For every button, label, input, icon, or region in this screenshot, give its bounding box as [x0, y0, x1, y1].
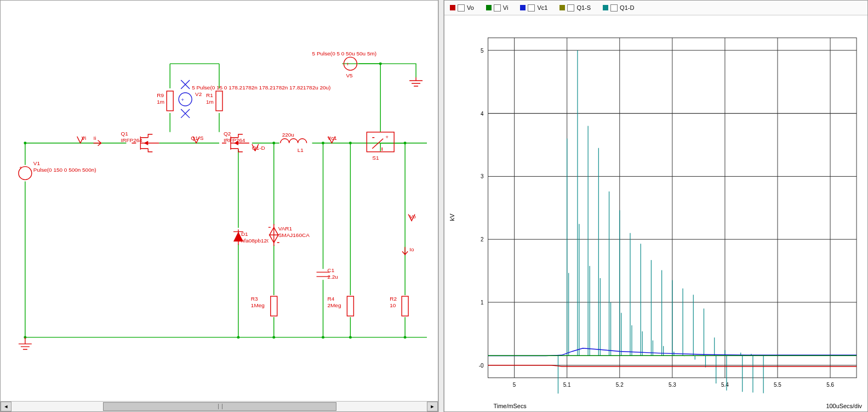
- legend-swatch: [603, 5, 608, 10]
- svg-text:L1: L1: [298, 147, 304, 153]
- svg-text:+: +: [385, 134, 389, 140]
- svg-text:5.5: 5.5: [774, 382, 781, 388]
- svg-text:Q2: Q2: [224, 131, 231, 137]
- legend-item-Q1S[interactable]: Q1-S: [559, 4, 591, 12]
- svg-point-12: [349, 336, 352, 338]
- svg-text:Q1-S: Q1-S: [191, 135, 204, 141]
- component-R9[interactable]: R9 1m: [157, 91, 173, 111]
- component-V5[interactable]: + V5 5 Pulse(0 5 0 50u 50u 5m): [312, 50, 376, 78]
- schematic-canvas[interactable]: + V1 Pulse(0 150 0 500n 500n) + V2 5 Pul…: [1, 1, 438, 400]
- svg-text:V2: V2: [195, 91, 202, 97]
- svg-text:5 Pulse(0 5 0 50u 50u 5m): 5 Pulse(0 5 0 50u 50u 5m): [312, 50, 376, 57]
- svg-text:220u: 220u: [282, 132, 294, 138]
- svg-text:C1: C1: [328, 267, 335, 273]
- x-axis-unit: 100uSecs/div: [826, 403, 862, 409]
- scroll-track[interactable]: [12, 402, 427, 411]
- svg-text:2Meg: 2Meg: [328, 302, 341, 308]
- legend-item-Vc1[interactable]: Vc1: [520, 4, 547, 12]
- svg-rect-51: [271, 295, 277, 317]
- x-axis-label: Time/mSecs: [494, 403, 527, 409]
- svg-text:Vi: Vi: [82, 135, 87, 141]
- probe-Vc1[interactable]: Vc1: [328, 135, 338, 143]
- pane-splitter[interactable]: [438, 0, 444, 412]
- legend-checkbox[interactable]: [458, 4, 465, 12]
- plot-pane: Vo Vi Vc1 Q1-S Q1-D: [444, 0, 868, 412]
- svg-rect-55: [347, 295, 353, 317]
- svg-text:2: 2: [481, 236, 484, 242]
- probe-Vi[interactable]: Vi: [77, 135, 87, 143]
- svg-point-8: [404, 142, 407, 144]
- svg-point-9: [237, 336, 239, 338]
- svg-text:Q1: Q1: [121, 131, 128, 137]
- svg-text:5.1: 5.1: [563, 382, 571, 388]
- plot-area[interactable]: -01234555.15.25.35.45.55.6 kV Time/mSecs…: [444, 15, 867, 411]
- legend-label: Vi: [503, 4, 509, 11]
- svg-text:5.6: 5.6: [826, 382, 834, 388]
- plot-legend: Vo Vi Vc1 Q1-S Q1-D: [444, 1, 867, 15]
- probe-Ii[interactable]: Ii: [94, 135, 101, 146]
- component-D1[interactable]: D1 hfa08pb120: [233, 228, 270, 245]
- svg-rect-59: [402, 295, 408, 317]
- legend-checkbox[interactable]: [610, 4, 618, 12]
- svg-text:R9: R9: [157, 92, 164, 98]
- svg-text:5: 5: [513, 382, 516, 388]
- svg-text:+: +: [181, 97, 184, 103]
- legend-label: Q1-S: [576, 4, 591, 11]
- svg-text:2.2u: 2.2u: [328, 274, 338, 280]
- svg-text:R4: R4: [328, 296, 335, 302]
- svg-point-14: [379, 63, 382, 65]
- svg-text:Q1-D: Q1-D: [252, 145, 265, 151]
- svg-point-7: [349, 142, 352, 144]
- scroll-thumb[interactable]: [103, 402, 336, 411]
- legend-swatch: [520, 5, 526, 10]
- horizontal-scrollbar[interactable]: ◄ ►: [1, 401, 438, 411]
- svg-text:Pulse(0 150 0 500n 500n): Pulse(0 150 0 500n 500n): [33, 167, 96, 173]
- legend-item-Q1D[interactable]: Q1-D: [603, 4, 634, 12]
- svg-text:V5: V5: [346, 72, 353, 78]
- legend-item-Vi[interactable]: Vi: [486, 4, 509, 12]
- app-root: + V1 Pulse(0 150 0 500n 500n) + V2 5 Pul…: [0, 0, 868, 412]
- svg-text:5 Pulse(0 15 0 178.21782n 178.: 5 Pulse(0 15 0 178.21782n 178.21782n 17.…: [192, 84, 330, 91]
- svg-point-13: [404, 336, 407, 338]
- probe-Io[interactable]: Io: [402, 246, 414, 255]
- svg-text:-0: -0: [479, 363, 484, 369]
- component-Q1[interactable]: Q1 IRFP264: [121, 131, 159, 152]
- probe-Q1D[interactable]: Q1-D: [252, 144, 265, 151]
- svg-text:D1: D1: [241, 231, 248, 237]
- svg-text:1m: 1m: [157, 99, 164, 105]
- schematic-pane[interactable]: + V1 Pulse(0 150 0 500n 500n) + V2 5 Pul…: [0, 0, 438, 412]
- legend-swatch: [559, 5, 565, 10]
- component-V2[interactable]: + V2 5 Pulse(0 15 0 178.21782n 178.21782…: [179, 80, 330, 118]
- svg-text:SMAJ160CA: SMAJ160CA: [278, 232, 310, 238]
- svg-text:Ii: Ii: [94, 135, 96, 141]
- svg-text:1Meg: 1Meg: [251, 302, 265, 308]
- component-R3[interactable]: R3 1Meg: [251, 295, 277, 317]
- y-axis-label: kV: [449, 213, 455, 221]
- ground-icon: [19, 337, 32, 349]
- scroll-right-button[interactable]: ►: [427, 402, 438, 411]
- component-C1[interactable]: C1 2.2u: [317, 267, 338, 280]
- svg-point-11: [322, 336, 324, 338]
- scroll-left-button[interactable]: ◄: [1, 402, 12, 411]
- svg-point-5: [272, 142, 275, 144]
- component-R1[interactable]: R1 1m: [206, 91, 222, 111]
- legend-item-Vo[interactable]: Vo: [450, 4, 474, 12]
- svg-text:+: +: [19, 165, 22, 171]
- legend-label: Q1-D: [620, 4, 634, 11]
- svg-text:5.4: 5.4: [721, 382, 729, 388]
- svg-text:Vc1: Vc1: [328, 135, 338, 141]
- legend-checkbox[interactable]: [528, 4, 535, 12]
- component-R4[interactable]: R4 2Meg: [328, 295, 354, 317]
- svg-text:R2: R2: [390, 296, 397, 302]
- schematic-svg: + V1 Pulse(0 150 0 500n 500n) + V2 5 Pul…: [1, 1, 438, 400]
- legend-swatch: [450, 5, 455, 10]
- svg-text:S1: S1: [372, 155, 379, 161]
- legend-checkbox[interactable]: [567, 4, 574, 12]
- component-VAR1[interactable]: VAR1 SMAJ160CA: [269, 224, 310, 246]
- legend-checkbox[interactable]: [494, 4, 501, 12]
- probe-Q1S[interactable]: Q1-S: [191, 135, 204, 143]
- probe-Vo[interactable]: Vo: [408, 213, 416, 221]
- component-R2[interactable]: R2 10: [390, 295, 408, 317]
- svg-point-10: [272, 336, 275, 338]
- component-Q2[interactable]: Q2 IRFP264: [219, 131, 252, 152]
